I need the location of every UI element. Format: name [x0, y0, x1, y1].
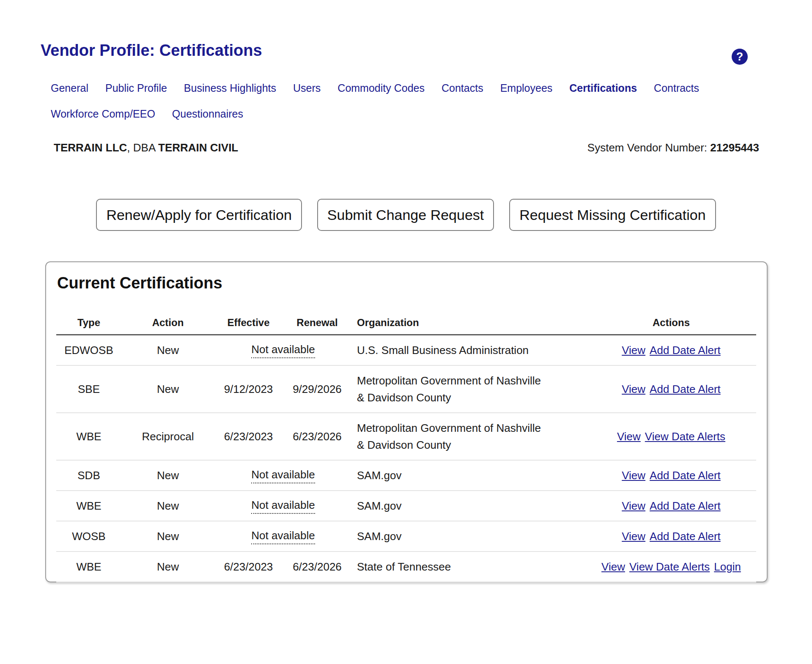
view-date-alerts-link[interactable]: View Date Alerts [645, 429, 725, 444]
vendor-dba-separator: , DBA [127, 141, 158, 154]
nav-item-users[interactable]: Users [293, 81, 321, 95]
column-header-renewal: Renewal [283, 316, 352, 329]
column-header-action: Action [121, 316, 214, 329]
help-icon[interactable]: ? [732, 49, 748, 65]
add-date-alert-link[interactable]: Add Date Alert [650, 343, 721, 357]
renew-apply-for-certification-button[interactable]: Renew/Apply for Certification [96, 199, 302, 231]
cert-actions: ViewAdd Date Alert [584, 529, 758, 543]
cert-action: New [121, 529, 214, 543]
nav-row-2: Workforce Comp/EEOQuestionnaires [51, 107, 812, 121]
nav-item-commodity-codes[interactable]: Commodity Codes [337, 81, 425, 95]
certification-row: WOSBNewNot availableSAM.govViewAdd Date … [56, 521, 756, 552]
nav-row-1: GeneralPublic ProfileBusiness Highlights… [51, 81, 812, 95]
cert-renewal-date: 6/23/2026 [283, 560, 352, 574]
cert-renewal-date: 9/29/2026 [283, 382, 352, 396]
nav-item-employees[interactable]: Employees [500, 81, 553, 95]
add-date-alert-link[interactable]: Add Date Alert [650, 499, 721, 513]
nav-item-contacts[interactable]: Contacts [442, 81, 483, 95]
nav-item-questionnaires[interactable]: Questionnaires [172, 107, 243, 121]
cert-renewal-date: 6/23/2026 [283, 429, 352, 444]
add-date-alert-link[interactable]: Add Date Alert [650, 382, 721, 396]
certifications-table: TypeActionEffectiveRenewalOrganizationAc… [56, 316, 756, 582]
actions-bar: Renew/Apply for CertificationSubmit Chan… [0, 199, 812, 231]
cert-organization: U.S. Small Business Administration [352, 342, 584, 359]
cert-effective-date: 6/23/2023 [214, 560, 283, 574]
cert-action: New [121, 343, 214, 357]
view-link[interactable]: View [622, 343, 645, 357]
vendor-legal-name: TERRAIN LLC [54, 141, 127, 154]
view-link[interactable]: View [601, 560, 625, 574]
cert-type: WBE [56, 429, 121, 444]
view-link[interactable]: View [622, 499, 645, 513]
cert-action: New [121, 382, 214, 396]
nav-item-certifications[interactable]: Certifications [569, 81, 637, 95]
nav-item-public-profile[interactable]: Public Profile [105, 81, 167, 95]
cert-action: Reciprocal [121, 429, 214, 444]
not-available-text: Not available [251, 342, 315, 358]
view-link[interactable]: View [617, 429, 641, 444]
not-available-text: Not available [251, 498, 315, 514]
cert-dates-note: Not available [214, 467, 352, 483]
cert-effective-date: 6/23/2023 [214, 429, 283, 444]
cert-actions: ViewAdd Date Alert [584, 382, 758, 396]
column-header-effective: Effective [214, 316, 283, 329]
request-missing-certification-button[interactable]: Request Missing Certification [509, 199, 716, 231]
cert-type: WOSB [56, 529, 121, 543]
nav-item-workforce-comp-eeo[interactable]: Workforce Comp/EEO [51, 107, 155, 121]
vendor-dba-name: TERRAIN CIVIL [158, 141, 238, 154]
cert-organization: State of Tennessee [352, 558, 584, 575]
table-body: EDWOSBNewNot availableU.S. Small Busines… [56, 335, 756, 582]
certification-row: WBENewNot availableSAM.govViewAdd Date A… [56, 491, 756, 521]
cert-dates-note: Not available [214, 498, 352, 514]
cert-type: WBE [56, 560, 121, 574]
login-link[interactable]: Login [714, 560, 741, 574]
cert-actions: ViewAdd Date Alert [584, 468, 758, 483]
add-date-alert-link[interactable]: Add Date Alert [650, 529, 721, 543]
certification-row: SBENew9/12/20239/29/2026Metropolitan Gov… [56, 366, 756, 413]
column-header-organization: Organization [352, 316, 584, 329]
cert-action: New [121, 560, 214, 574]
cert-actions: ViewAdd Date Alert [584, 499, 758, 513]
cert-actions: ViewView Date AlertsLogin [584, 560, 758, 574]
view-link[interactable]: View [622, 468, 645, 483]
cert-type: SDB [56, 468, 121, 483]
cert-dates-note: Not available [214, 528, 352, 544]
page-title: Vendor Profile: Certifications [41, 41, 812, 60]
cert-type: SBE [56, 382, 121, 396]
add-date-alert-link[interactable]: Add Date Alert [650, 468, 721, 483]
cert-organization: Metropolitan Government of Nashville & D… [352, 420, 584, 453]
column-header-type: Type [56, 316, 121, 329]
cert-organization: SAM.gov [352, 467, 584, 484]
cert-organization: SAM.gov [352, 497, 584, 514]
system-vendor-label: System Vendor Number: [587, 141, 710, 154]
cert-actions: ViewView Date Alerts [584, 429, 758, 444]
cert-type: WBE [56, 499, 121, 513]
cert-organization: SAM.gov [352, 528, 584, 545]
nav-item-general[interactable]: General [51, 81, 88, 95]
profile-nav: GeneralPublic ProfileBusiness Highlights… [51, 81, 812, 121]
certification-row: SDBNewNot availableSAM.govViewAdd Date A… [56, 461, 756, 491]
cert-dates-note: Not available [214, 342, 352, 358]
certification-row: EDWOSBNewNot availableU.S. Small Busines… [56, 335, 756, 366]
panel-heading: Current Certifications [57, 273, 767, 293]
cert-action: New [121, 499, 214, 513]
cert-action: New [121, 468, 214, 483]
view-link[interactable]: View [622, 382, 645, 396]
table-header-row: TypeActionEffectiveRenewalOrganizationAc… [56, 316, 756, 335]
not-available-text: Not available [251, 528, 315, 544]
nav-item-contracts[interactable]: Contracts [654, 81, 699, 95]
column-header-actions: Actions [584, 316, 758, 329]
view-date-alerts-link[interactable]: View Date Alerts [629, 560, 710, 574]
vendor-name: TERRAIN LLC, DBA TERRAIN CIVIL [54, 140, 238, 155]
vendor-row: TERRAIN LLC, DBA TERRAIN CIVIL System Ve… [0, 140, 812, 155]
current-certifications-panel: Current Certifications TypeActionEffecti… [45, 261, 768, 582]
system-vendor-value: 21295443 [710, 141, 759, 154]
view-link[interactable]: View [622, 529, 645, 543]
submit-change-request-button[interactable]: Submit Change Request [317, 199, 494, 231]
nav-item-business-highlights[interactable]: Business Highlights [184, 81, 276, 95]
certification-row: WBENew6/23/20236/23/2026State of Tenness… [56, 552, 756, 582]
system-vendor-number: System Vendor Number: 21295443 [587, 140, 759, 155]
cert-organization: Metropolitan Government of Nashville & D… [352, 372, 584, 406]
cert-type: EDWOSB [56, 343, 121, 357]
not-available-text: Not available [251, 467, 315, 483]
